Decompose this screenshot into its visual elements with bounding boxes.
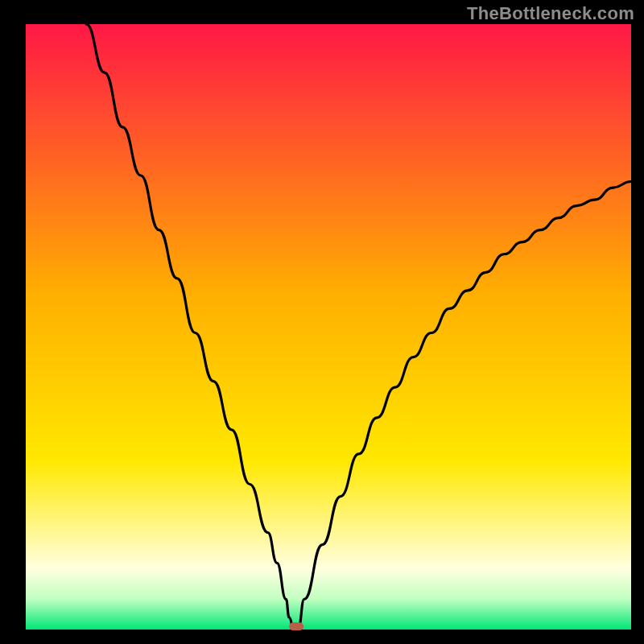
watermark-text: TheBottleneck.com: [467, 3, 634, 24]
optimal-marker: [289, 622, 303, 630]
chart-container: TheBottleneck.com: [0, 0, 644, 644]
chart-svg: [0, 0, 644, 644]
